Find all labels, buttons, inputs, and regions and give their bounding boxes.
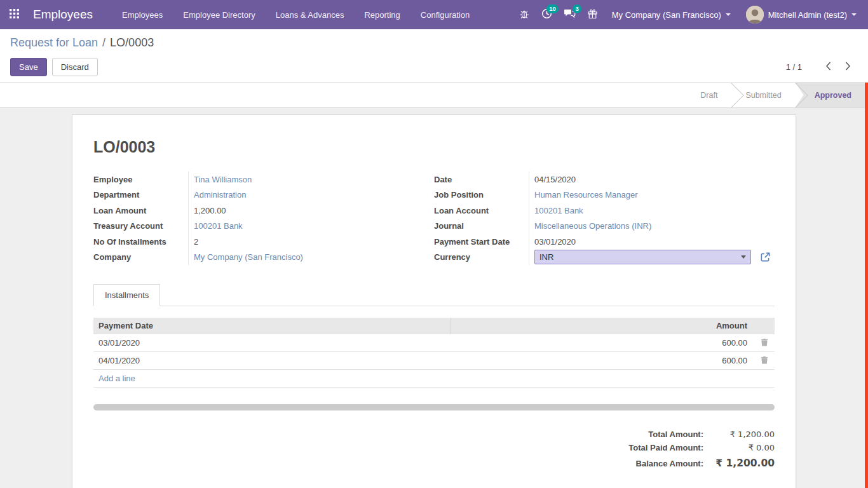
nav-item-reporting[interactable]: Reporting xyxy=(354,0,410,29)
field-installments-count: No Of Installments 2 xyxy=(93,234,434,250)
add-a-line-link[interactable]: Add a line xyxy=(98,374,135,383)
total-amount-value: ₹ 1,200.00 xyxy=(703,430,775,439)
delete-row-button[interactable] xyxy=(761,356,768,366)
installments-list: Payment Date Amount 03/01/2020 600.00 xyxy=(93,318,775,410)
navbar-systray: 10 3 My Company (San Francis xyxy=(513,0,868,29)
horizontal-scrollbar[interactable] xyxy=(93,404,775,410)
column-header-payment-date[interactable]: Payment Date xyxy=(93,318,451,334)
company-link[interactable]: My Company (San Francisco) xyxy=(194,252,303,262)
save-button[interactable]: Save xyxy=(10,58,47,76)
balance-amount-value: ₹ 1,200.00 xyxy=(703,458,775,469)
field-currency: Currency INR xyxy=(434,250,775,266)
company-name: My Company (San Francisco) xyxy=(612,10,721,20)
amount-cell[interactable]: 600.00 xyxy=(451,352,754,370)
chevron-down-icon xyxy=(726,13,731,16)
pager: 1 / 1 xyxy=(786,62,858,72)
company-switcher[interactable]: My Company (San Francisco) xyxy=(604,0,738,29)
breadcrumb-parent-link[interactable]: Request for Loan xyxy=(10,36,98,49)
total-paid-amount-value: ₹ 0.00 xyxy=(703,443,775,452)
main-menu: Employees Employee Directory Loans & Adv… xyxy=(112,0,480,29)
form-sheet: LO/0003 Employee Tina Williamson Departm… xyxy=(72,114,796,488)
apps-menu-button[interactable] xyxy=(0,0,28,29)
control-panel: Request for Loan/LO/0003 Save Discard 1 … xyxy=(0,29,868,83)
debug-bug-button[interactable] xyxy=(513,0,536,29)
gift-icon xyxy=(588,9,597,21)
add-line-row: Add a line xyxy=(93,370,775,388)
loan-amount-value[interactable]: 1,200.00 xyxy=(194,206,226,215)
journal-link[interactable]: Miscellaneous Operations (INR) xyxy=(534,221,651,231)
totals-footer: Total Amount: ₹ 1,200.00 Total Paid Amou… xyxy=(93,430,775,473)
column-header-actions xyxy=(754,318,775,334)
field-loan-account: Loan Account 100201 Bank xyxy=(434,203,775,219)
field-group-left: Employee Tina Williamson Department Admi… xyxy=(93,172,434,265)
statusbar-step-approved[interactable]: Approved xyxy=(796,83,868,107)
breadcrumb-current: LO/0003 xyxy=(110,36,154,49)
external-link-icon[interactable] xyxy=(760,252,771,262)
total-amount-row: Total Amount: ₹ 1,200.00 xyxy=(648,430,775,439)
field-department: Department Administration xyxy=(93,187,434,203)
user-name: Mitchell Admin (test2) xyxy=(768,10,847,20)
statusbar: Draft Submitted Approved xyxy=(686,83,868,107)
gift-button[interactable] xyxy=(581,0,604,29)
apps-grid-icon xyxy=(10,9,19,20)
installments-count-value[interactable]: 2 xyxy=(194,237,198,247)
installment-row: 04/01/2020 600.00 xyxy=(93,352,775,370)
pager-counter: 1 / 1 xyxy=(786,62,802,72)
field-date: Date 04/15/2020 xyxy=(434,172,775,187)
total-paid-amount-row: Total Paid Amount: ₹ 0.00 xyxy=(628,443,775,452)
job-position-link[interactable]: Human Resources Manager xyxy=(534,190,638,200)
field-journal: Journal Miscellaneous Operations (INR) xyxy=(434,219,775,234)
payment-date-cell[interactable]: 03/01/2020 xyxy=(93,334,451,352)
field-company: Company My Company (San Francisco) xyxy=(93,250,434,266)
list-header-row: Payment Date Amount xyxy=(93,318,775,334)
chevron-down-icon xyxy=(851,13,857,16)
notebook-tabs: Installments xyxy=(93,284,775,306)
employee-link[interactable]: Tina Williamson xyxy=(194,175,252,184)
nav-item-employees[interactable]: Employees xyxy=(112,0,173,29)
balance-amount-row: Balance Amount: ₹ 1,200.00 xyxy=(636,458,775,469)
messages-badge: 3 xyxy=(573,4,581,13)
field-loan-amount: Loan Amount 1,200.00 xyxy=(93,203,434,219)
payment-date-cell[interactable]: 04/01/2020 xyxy=(93,352,451,370)
amount-cell[interactable]: 600.00 xyxy=(451,334,754,352)
field-job-position: Job Position Human Resources Manager xyxy=(434,187,775,203)
treasury-account-link[interactable]: 100201 Bank xyxy=(194,221,243,231)
nav-item-configuration[interactable]: Configuration xyxy=(410,0,480,29)
nav-item-loans-advances[interactable]: Loans & Advances xyxy=(266,0,355,29)
field-group-right: Date 04/15/2020 Job Position Human Resou… xyxy=(434,172,775,265)
date-value[interactable]: 04/15/2020 xyxy=(534,175,576,184)
app-title[interactable]: Employees xyxy=(33,8,93,22)
pager-previous-button[interactable] xyxy=(818,62,838,72)
activities-button[interactable]: 10 xyxy=(536,0,559,29)
messages-button[interactable]: 3 xyxy=(559,0,581,29)
pager-next-button[interactable] xyxy=(838,62,858,72)
field-treasury-account: Treasury Account 100201 Bank xyxy=(93,219,434,234)
form-view: LO/0003 Employee Tina Williamson Departm… xyxy=(0,108,868,488)
breadcrumb: Request for Loan/LO/0003 xyxy=(10,36,858,50)
discard-button[interactable]: Discard xyxy=(52,58,98,76)
payment-start-date-value[interactable]: 03/01/2020 xyxy=(534,237,576,247)
trash-icon xyxy=(761,356,768,366)
column-header-amount[interactable]: Amount xyxy=(451,318,754,334)
delete-row-button[interactable] xyxy=(761,338,768,348)
breadcrumb-separator: / xyxy=(102,36,105,49)
statusbar-step-submitted[interactable]: Submitted xyxy=(731,83,795,107)
loan-account-link[interactable]: 100201 Bank xyxy=(534,206,583,215)
chevron-left-icon xyxy=(825,62,831,72)
top-navbar: Employees Employees Employee Directory L… xyxy=(0,0,868,29)
statusbar-step-draft[interactable]: Draft xyxy=(686,83,731,107)
user-menu[interactable]: Mitchell Admin (test2) xyxy=(738,0,864,29)
nav-item-employee-directory[interactable]: Employee Directory xyxy=(173,0,265,29)
bug-icon xyxy=(519,9,529,21)
currency-selected-value: INR xyxy=(539,252,553,262)
record-title: LO/0003 xyxy=(93,138,775,156)
department-link[interactable]: Administration xyxy=(194,190,246,200)
field-payment-start-date: Payment Start Date 03/01/2020 xyxy=(434,234,775,250)
chevron-down-icon xyxy=(741,255,746,259)
currency-select[interactable]: INR xyxy=(534,250,751,264)
tab-installments[interactable]: Installments xyxy=(93,284,160,306)
avatar xyxy=(746,6,764,24)
activities-badge: 10 xyxy=(546,4,559,13)
right-scroll-indicator[interactable] xyxy=(865,83,868,488)
installment-row: 03/01/2020 600.00 xyxy=(93,334,775,352)
